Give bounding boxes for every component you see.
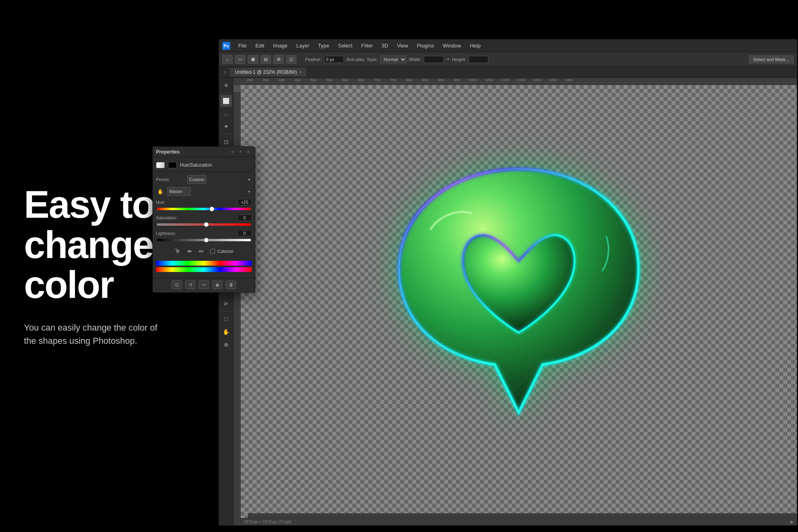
preset-select[interactable]: Custom Default	[187, 175, 206, 184]
collapse-icon[interactable]: «	[222, 69, 228, 75]
hand-icon: ✋	[156, 187, 165, 196]
prop-bottom-actions: ⊡ ↺ ↩ ◉ 🗑	[153, 278, 255, 292]
height-label: Height:	[452, 57, 466, 62]
menu-window[interactable]: Window	[439, 41, 465, 50]
menu-view[interactable]: View	[393, 41, 412, 50]
lightness-slider-thumb[interactable]	[204, 238, 209, 242]
zoom-tool[interactable]: ⊕	[220, 339, 232, 351]
menu-image[interactable]: Image	[269, 41, 291, 50]
lightness-slider-track[interactable]	[157, 238, 251, 242]
tool-rect1[interactable]: ▭	[235, 55, 245, 64]
magic-wand-tool[interactable]: ✦	[220, 120, 232, 132]
properties-title: Properties	[156, 149, 180, 155]
home-btn[interactable]: ⌂	[222, 55, 233, 64]
marquee-tool[interactable]: ⬜	[220, 95, 232, 107]
feather-input[interactable]	[324, 56, 344, 63]
select-and-mask-btn[interactable]: Select and Mask...	[749, 55, 794, 63]
height-input[interactable]	[468, 56, 488, 63]
colorize-label: Colorize	[217, 249, 233, 254]
hue-value[interactable]: +25	[237, 199, 252, 205]
svg-text:300: 300	[247, 78, 253, 82]
canvas-viewport[interactable]	[241, 85, 797, 518]
style-select[interactable]: Normal	[380, 55, 407, 63]
menu-type[interactable]: Type	[314, 41, 333, 50]
canvas-artwork	[367, 157, 670, 446]
lightness-value[interactable]: 0	[237, 230, 252, 236]
hue-label-row: Hue: +25	[156, 199, 252, 205]
menu-file[interactable]: File	[234, 41, 251, 50]
action-previous-btn[interactable]: ↺	[185, 280, 196, 289]
svg-text:750: 750	[390, 78, 396, 82]
hue-slider-track[interactable]	[157, 207, 251, 211]
color-bar-after	[156, 267, 252, 272]
width-input[interactable]	[424, 56, 444, 63]
color-bar-before	[156, 261, 252, 266]
action-clip-btn[interactable]: ⊡	[172, 280, 182, 289]
menu-help[interactable]: Help	[466, 41, 485, 50]
action-visibility-btn[interactable]: ◉	[212, 280, 223, 289]
properties-close-btn[interactable]: ×	[237, 149, 244, 155]
properties-menu-btn[interactable]: ≡	[245, 149, 252, 155]
ps-window: Ps File Edit Image Layer Type Select Fil…	[219, 39, 797, 526]
lasso-tool[interactable]: ⌓	[220, 108, 232, 120]
svg-text:900: 900	[438, 78, 444, 82]
eyedropper-plus-btn[interactable]: ✒	[187, 248, 192, 255]
heart-bubble-svg	[367, 157, 670, 444]
menu-edit[interactable]: Edit	[251, 41, 268, 50]
action-reset-btn[interactable]: ↩	[199, 280, 209, 289]
svg-text:1200: 1200	[533, 78, 541, 82]
hero-subtitle: You can easily change the color of the s…	[24, 321, 160, 347]
eyedropper-minus-btn[interactable]: ✏	[199, 248, 204, 255]
colorize-checkbox[interactable]	[210, 249, 215, 254]
move-tool[interactable]: ✛	[220, 79, 232, 91]
ruler-ticks-h: 300 350 400 450 500 550 600 650 700 750 …	[241, 78, 797, 84]
colorize-row: Colorize	[210, 249, 233, 254]
svg-text:550: 550	[326, 78, 332, 82]
svg-text:1050: 1050	[485, 78, 493, 82]
hue-label: Hue:	[156, 200, 165, 205]
menu-3d[interactable]: 3D	[377, 41, 392, 50]
tool-rect5[interactable]: ◱	[286, 55, 296, 64]
eyedropper-normal-btn[interactable]: 🖰	[174, 248, 181, 255]
tool-rect4[interactable]: ⊞	[273, 55, 284, 64]
svg-text:400: 400	[279, 78, 284, 82]
properties-collapse-btn[interactable]: «	[229, 149, 236, 155]
ps-document-tab[interactable]: Untitled-1 @ 232% (RGB/8#) ×	[230, 68, 306, 77]
hand-tool[interactable]: ✋	[220, 326, 232, 338]
ruler-horizontal: 300 350 400 450 500 550 600 650 700 750 …	[233, 78, 797, 85]
svg-text:850: 850	[422, 78, 428, 82]
svg-text:600: 600	[342, 78, 348, 82]
saturation-slider-track[interactable]	[157, 222, 251, 227]
hue-sat-title: Hue/Saturation	[180, 162, 212, 168]
tool-rect3[interactable]: ▤	[261, 55, 271, 64]
ps-menubar: Ps File Edit Image Layer Type Select Fil…	[219, 39, 797, 52]
menu-layer[interactable]: Layer	[292, 41, 314, 50]
ps-canvas-area[interactable]: 300 350 400 450 500 550 600 650 700 750 …	[233, 78, 797, 525]
path-selection[interactable]: ⊳	[220, 298, 232, 309]
svg-text:450: 450	[294, 78, 300, 82]
tab-title: Untitled-1 @ 232% (RGB/8#)	[235, 69, 297, 75]
channel-select[interactable]: Master Reds Yellows Greens Cyans Blues M…	[167, 187, 191, 196]
saturation-slider-thumb[interactable]	[204, 222, 209, 227]
width-label: Width:	[409, 57, 421, 62]
hue-gradient-bg	[157, 208, 251, 210]
feather-label: Feather:	[305, 57, 322, 62]
ps-app-icon: Ps	[222, 42, 230, 50]
adjustment-icon-dark	[168, 162, 177, 168]
h-scrollbar[interactable]	[248, 513, 797, 518]
action-delete-btn[interactable]: 🗑	[226, 280, 236, 289]
shape-tool[interactable]: □	[220, 313, 232, 325]
hue-sat-header: Hue/Saturation	[156, 160, 252, 172]
ps-content: ✛ ⬜ ⌓ ✦ ⊡ ✒ ⊕ ✏ ◻ ↩ ◈ ▦ ◍ ◐ ✒ T ⊳ □ ✋ ⊕	[219, 78, 797, 525]
svg-text:700: 700	[374, 78, 380, 82]
tool-rect2[interactable]: ▣	[248, 55, 258, 64]
canvas-with-vruler	[233, 85, 797, 518]
saturation-value[interactable]: 0	[237, 215, 252, 221]
menu-plugins[interactable]: Plugins	[413, 41, 438, 50]
status-arrow[interactable]: ▶	[790, 520, 794, 524]
hue-slider-thumb[interactable]	[209, 207, 214, 211]
anti-alias-label: Anti-alias	[346, 57, 364, 62]
menu-select[interactable]: Select	[334, 41, 356, 50]
tab-close-btn[interactable]: ×	[299, 70, 302, 74]
menu-filter[interactable]: Filter	[357, 41, 377, 50]
